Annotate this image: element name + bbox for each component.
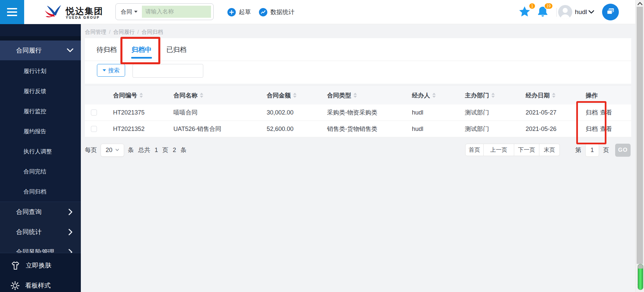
caret-down-icon (103, 69, 106, 71)
breadcrumb-separator: / (137, 29, 139, 35)
draft-button[interactable]: 起草 (227, 0, 251, 24)
top-bar: 悦达集团 YUEDA GROUP 合同 起草 数据统计 (0, 0, 635, 24)
hamburger-icon (7, 8, 17, 16)
cell-contract-name: 嘻嘻合同 (168, 108, 262, 117)
plus-circle-icon (227, 8, 236, 16)
green-marker-cursor (638, 264, 643, 290)
breadcrumb-item[interactable]: 合同归档 (142, 29, 163, 35)
sort-icon[interactable] (354, 93, 357, 98)
sidebar-item-executor-adjust[interactable]: 执行人调整 (0, 141, 81, 161)
brand-text: 悦达集团 YUEDA GROUP (66, 6, 103, 19)
scrollbar-thumb[interactable] (637, 7, 643, 264)
row-checkbox[interactable] (91, 126, 97, 132)
first-page-button[interactable]: 首页 (465, 144, 484, 156)
column-contract-amount[interactable]: 合同金额 (262, 91, 322, 99)
favorites-badge: 1 (529, 3, 536, 9)
global-search-input[interactable] (142, 6, 211, 18)
table-row: HT2021352 UAT526-销售合同 52,600.00 销售类-货物销售… (85, 121, 631, 137)
column-contract-type[interactable]: 合同类型 (322, 91, 404, 99)
prev-page-button[interactable]: 上一页 (484, 144, 514, 156)
pages-unit: 页 (162, 146, 168, 154)
row-checkbox[interactable] (91, 110, 97, 116)
view-link[interactable]: 查看 (600, 125, 612, 133)
page-number-input[interactable] (585, 144, 599, 157)
breadcrumb-item[interactable]: 合同管理 (85, 29, 106, 35)
tab-archiving[interactable]: 归档中 (131, 38, 152, 61)
sidebar-sub-label: 履行监控 (23, 107, 46, 115)
change-skin-button[interactable]: 立即换肤 (0, 258, 81, 273)
chevron-right-icon (68, 209, 73, 215)
cell-actions: 归档 查看 (570, 108, 631, 117)
app-window: 悦达集团 YUEDA GROUP 合同 起草 数据统计 (0, 0, 644, 292)
sidebar-item-contract-finish[interactable]: 合同完结 (0, 161, 81, 181)
column-department[interactable]: 主办部门 (456, 91, 517, 99)
star-icon (518, 13, 531, 19)
sidebar-item-performance-monitor[interactable]: 履行监控 (0, 101, 81, 121)
sort-icon[interactable] (491, 93, 495, 98)
sort-icon[interactable] (140, 93, 143, 98)
cell-department: 测试部门 (456, 125, 517, 133)
items-unit: 条 (128, 146, 134, 154)
chevron-down-icon (588, 8, 594, 16)
chevron-up-icon (637, 2, 643, 5)
view-link[interactable]: 查看 (600, 108, 612, 117)
favorites-button[interactable]: 1 (518, 6, 531, 19)
go-button[interactable]: GO (615, 144, 631, 157)
sidebar-divider (0, 36, 81, 41)
cell-date: 2021-05-27 (517, 109, 570, 116)
total-items: 2 (173, 147, 176, 154)
column-contract-name[interactable]: 合同名称 (168, 91, 262, 99)
breadcrumb-item[interactable]: 合同履行 (113, 29, 135, 35)
sidebar-item-performance-plan[interactable]: 履行计划 (0, 61, 81, 81)
pagination-summary: 每页 20 条 总共 1 页 2 条 (85, 143, 186, 157)
content-panel: 待归档 归档中 已归档 搜索 (85, 38, 631, 84)
search-dropdown-button[interactable]: 搜索 (97, 64, 125, 77)
sidebar-item-contract-archive[interactable]: 合同归档 (0, 181, 81, 202)
filter-keyword-input[interactable] (132, 64, 203, 78)
column-contract-code[interactable]: 合同编号 (107, 91, 168, 99)
per-page-select[interactable]: 20 (101, 144, 124, 157)
sort-icon[interactable] (293, 93, 297, 98)
jump-suffix: 页 (603, 146, 609, 154)
last-page-button[interactable]: 末页 (539, 144, 560, 156)
notifications-badge: 19 (544, 3, 553, 9)
sidebar-item-contract-performance[interactable]: 合同履行 (0, 41, 81, 60)
table-row: HT2021375 嘻嘻合同 30,002.00 采购类-物资采购类 hudl … (85, 104, 631, 121)
workspace-switch-button[interactable] (602, 4, 619, 20)
statistics-button[interactable]: 数据统计 (259, 0, 294, 24)
archive-link[interactable]: 归档 (586, 108, 598, 117)
sidebar-item-performance-feedback[interactable]: 履行反馈 (0, 81, 81, 101)
statistics-label: 数据统计 (270, 8, 294, 16)
cell-actions: 归档 查看 (570, 125, 631, 133)
column-date[interactable]: 经办日期 (517, 91, 570, 99)
sidebar-item-contract-stats[interactable]: 合同统计 (0, 222, 81, 242)
next-page-button[interactable]: 下一页 (514, 144, 539, 156)
sort-icon[interactable] (552, 93, 555, 98)
menu-toggle-button[interactable] (0, 0, 24, 24)
sort-icon[interactable] (200, 93, 203, 98)
tab-pending-archive[interactable]: 待归档 (97, 38, 117, 61)
yueda-logo-icon (44, 4, 64, 22)
board-style-button[interactable]: 看板样式 (0, 278, 81, 292)
sidebar-item-contract-query[interactable]: 合同查询 (0, 202, 81, 222)
chevron-down-icon (115, 149, 119, 151)
tab-bar: 待归档 归档中 已归档 (85, 38, 631, 61)
per-page-value: 20 (106, 147, 112, 154)
jump-prefix: 第 (575, 146, 581, 154)
sort-icon[interactable] (432, 93, 436, 98)
search-category-dropdown[interactable]: 合同 (121, 8, 138, 16)
sidebar-sub-label: 合同完结 (23, 168, 46, 175)
notifications-button[interactable]: 19 (537, 6, 548, 19)
scroll-up-button[interactable] (637, 1, 643, 6)
column-agent[interactable]: 经办人 (404, 91, 456, 99)
sidebar-footer: 立即换肤 看板样式 (0, 253, 81, 292)
tab-archived[interactable]: 已归档 (166, 38, 186, 61)
header-divider (556, 8, 557, 17)
avatar[interactable] (558, 5, 572, 19)
archive-link[interactable]: 归档 (586, 125, 598, 133)
sidebar-item-performance-report[interactable]: 履约报告 (0, 121, 81, 141)
vertical-scrollbar[interactable] (635, 0, 644, 292)
user-menu[interactable]: hudl (575, 0, 594, 24)
column-actions: 操作 (570, 91, 631, 99)
cell-contract-amount: 52,600.00 (262, 126, 322, 133)
